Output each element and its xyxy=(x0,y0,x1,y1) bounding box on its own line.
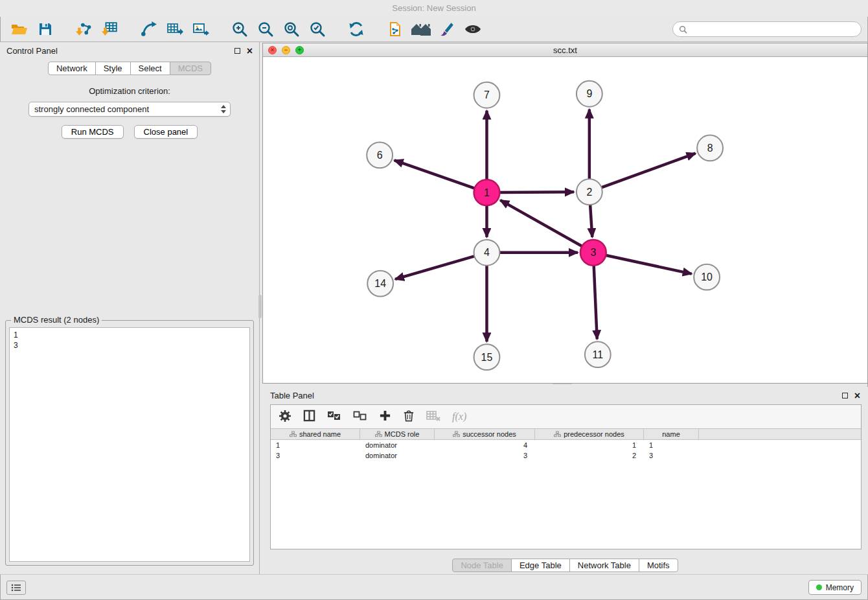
export-table-button[interactable] xyxy=(162,18,188,40)
node-10[interactable]: 10 xyxy=(694,264,720,290)
edge-4-14[interactable] xyxy=(395,256,474,279)
svg-text:4: 4 xyxy=(484,247,490,258)
node-11[interactable]: 11 xyxy=(585,341,611,367)
float-table-panel-icon[interactable] xyxy=(842,393,848,398)
zoom-traffic-icon[interactable]: + xyxy=(295,46,304,54)
delete-rows-button[interactable] xyxy=(403,409,415,424)
run-mcds-button[interactable]: Run MCDS xyxy=(62,125,124,139)
task-history-button[interactable] xyxy=(6,581,26,595)
eye-icon xyxy=(464,23,481,35)
show-hide-button[interactable] xyxy=(460,18,486,40)
import-table-file-button[interactable] xyxy=(97,18,123,40)
tab-mcds[interactable]: MCDS xyxy=(170,62,211,75)
network-canvas[interactable]: 7968124314101511 xyxy=(263,58,867,383)
cell-shared-name[interactable]: 1 xyxy=(271,440,360,450)
column-header-mcds-role[interactable]: MCDS role xyxy=(360,429,435,439)
criterion-dropdown[interactable]: strongly connected component xyxy=(29,102,231,117)
mcds-result-item: 1 xyxy=(14,330,246,340)
node-7[interactable]: 7 xyxy=(474,82,500,108)
node-9[interactable]: 9 xyxy=(577,81,602,107)
zoom-out-button[interactable] xyxy=(253,18,279,40)
add-row-button[interactable] xyxy=(379,410,391,424)
select-all-icon xyxy=(327,411,341,421)
zoom-fit-button[interactable] xyxy=(279,18,304,40)
network-from-document-button[interactable] xyxy=(382,18,408,40)
column-header-shared-name[interactable]: shared name xyxy=(271,429,360,439)
table-settings-button[interactable] xyxy=(279,410,291,424)
node-4[interactable]: 4 xyxy=(474,240,500,266)
table-row[interactable]: 1 dominator 4 1 1 xyxy=(271,440,861,450)
import-network-file-button[interactable] xyxy=(71,18,97,40)
deselect-all-rows-button[interactable] xyxy=(353,411,367,423)
control-panel-header: Control Panel × xyxy=(0,42,259,60)
svg-text:7: 7 xyxy=(484,89,490,100)
cell-shared-name[interactable]: 3 xyxy=(271,450,360,461)
search-icon xyxy=(679,25,687,34)
tab-edge-table[interactable]: Edge Table xyxy=(511,559,570,572)
close-panel-button[interactable]: Close panel xyxy=(134,125,198,139)
search-input[interactable] xyxy=(691,25,855,34)
svg-text:6: 6 xyxy=(377,150,383,161)
column-header-name[interactable]: name xyxy=(644,429,699,439)
tab-network[interactable]: Network xyxy=(48,62,96,75)
cell-predecessor-nodes[interactable]: 2 xyxy=(535,450,644,461)
tab-select[interactable]: Select xyxy=(130,62,170,75)
node-6[interactable]: 6 xyxy=(367,142,393,168)
edge-3-1[interactable] xyxy=(500,200,582,246)
edge-2-8[interactable] xyxy=(602,154,696,188)
node-14[interactable]: 14 xyxy=(367,271,393,297)
network-window-titlebar[interactable]: × − + scc.txt xyxy=(263,43,867,57)
cell-successor-nodes[interactable]: 4 xyxy=(435,440,535,450)
zoom-in-button[interactable] xyxy=(227,18,253,40)
refresh-icon xyxy=(348,21,365,38)
tab-motifs[interactable]: Motifs xyxy=(639,559,678,572)
select-all-rows-button[interactable] xyxy=(327,411,341,423)
apply-style-button[interactable] xyxy=(434,18,460,40)
tab-network-table[interactable]: Network Table xyxy=(569,559,639,572)
save-session-button[interactable] xyxy=(32,18,58,40)
zoom-selected-button[interactable] xyxy=(304,18,330,40)
vertical-splitter-handle[interactable] xyxy=(258,295,262,318)
minimize-traffic-icon[interactable]: − xyxy=(282,46,290,54)
cell-name[interactable]: 1 xyxy=(644,440,699,450)
edge-3-11[interactable] xyxy=(594,266,597,340)
memory-button[interactable]: Memory xyxy=(808,580,862,595)
home-button[interactable] xyxy=(408,18,434,40)
search-field xyxy=(672,21,862,37)
cell-name[interactable]: 3 xyxy=(644,450,699,461)
node-15[interactable]: 15 xyxy=(474,344,500,370)
toggle-columns-button[interactable] xyxy=(303,410,315,424)
close-table-panel-icon[interactable]: × xyxy=(854,393,860,399)
close-panel-icon[interactable]: × xyxy=(247,48,253,54)
export-network-button[interactable] xyxy=(136,18,162,40)
export-table-icon xyxy=(166,21,183,37)
edge-2-3[interactable] xyxy=(590,205,592,237)
svg-text:2: 2 xyxy=(586,187,592,198)
mcds-result-list[interactable]: 1 3 xyxy=(9,327,250,562)
close-traffic-icon[interactable]: × xyxy=(268,46,277,54)
edge-1-6[interactable] xyxy=(394,160,475,188)
column-header-successor-nodes[interactable]: successor nodes xyxy=(435,429,535,439)
table-row[interactable]: 3 dominator 3 2 3 xyxy=(271,450,861,461)
cell-mcds-role[interactable]: dominator xyxy=(360,440,435,450)
node-2[interactable]: 2 xyxy=(577,179,602,205)
cell-successor-nodes[interactable]: 3 xyxy=(435,450,535,461)
export-image-button[interactable] xyxy=(188,18,214,40)
node-1[interactable]: 1 xyxy=(474,179,500,205)
edge-1-2[interactable] xyxy=(499,192,574,192)
node-3[interactable]: 3 xyxy=(580,240,606,266)
column-header-predecessor-nodes[interactable]: predecessor nodes xyxy=(535,429,644,439)
node-8[interactable]: 8 xyxy=(697,135,723,161)
cell-mcds-role[interactable]: dominator xyxy=(360,450,435,461)
deselect-all-icon xyxy=(353,411,367,421)
edge-3-10[interactable] xyxy=(606,255,691,274)
tab-node-table[interactable]: Node Table xyxy=(452,559,512,572)
table-panel: Table Panel × xyxy=(262,387,868,574)
document-network-icon xyxy=(387,21,403,38)
float-panel-icon[interactable] xyxy=(234,48,240,54)
cell-predecessor-nodes[interactable]: 1 xyxy=(535,440,644,450)
open-session-button[interactable] xyxy=(6,18,32,40)
network-graph[interactable]: 7968124314101511 xyxy=(263,58,867,383)
tab-style[interactable]: Style xyxy=(95,62,131,75)
refresh-view-button[interactable] xyxy=(343,18,369,40)
